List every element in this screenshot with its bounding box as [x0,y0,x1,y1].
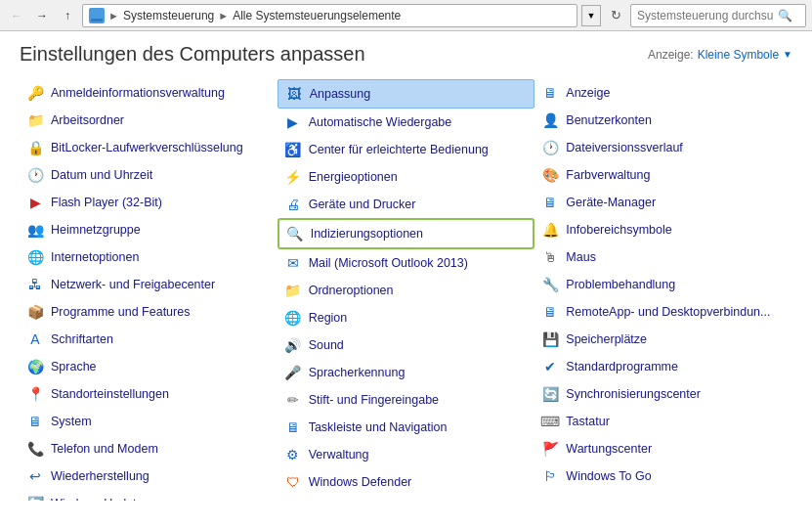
refresh-button[interactable]: ↻ [605,5,626,26]
item-icon: ▶ [25,193,45,212]
item-icon: 🖧 [25,275,45,294]
item-icon: ↩ [25,466,45,486]
breadcrumb-sep-2: ► [218,10,229,22]
page-header: Einstellungen des Computers anpassen Anz… [20,43,792,66]
list-item[interactable]: ✏Stift- und Fingereingabe [278,386,535,414]
list-item[interactable]: ⌨Tastatur [534,408,792,435]
list-item[interactable]: 📍Standorteinstellungen [20,380,278,408]
item-icon: ▶ [283,112,303,132]
list-item[interactable]: 🛡Windows-Firewall [278,496,535,501]
view-label: Anzeige: [648,48,694,62]
item-label: Flash Player (32-Bit) [51,196,162,209]
list-item[interactable]: 🖼Anpassung [278,79,535,109]
list-item[interactable]: ▶Automatische Wiedergabe [278,109,535,136]
forward-button[interactable]: → [31,5,53,26]
item-label: Geräte-Manager [566,196,656,209]
items-grid: 🔑Anmeldeinformationsverwaltung📁Arbeitsor… [20,79,792,501]
column-2: 🖥Anzeige👤Benutzerkonten🕐Dateiversionssve… [534,79,792,501]
path-icon [89,8,105,23]
list-item[interactable]: 🖱Maus [534,243,792,271]
list-item[interactable]: 🔍Indizierungsoptionen [278,218,535,249]
item-label: Schriftarten [51,332,113,346]
item-label: Farbverwaltung [566,168,650,182]
item-label: Center für erleichterte Bedienung [309,143,489,156]
item-icon: ♿ [283,140,303,159]
list-item[interactable]: 📞Telefon und Modem [20,435,278,462]
column-0: 🔑Anmeldeinformationsverwaltung📁Arbeitsor… [20,79,278,501]
item-label: Sound [309,338,344,352]
item-label: Programme und Features [51,305,190,319]
breadcrumb-alle[interactable]: Alle Systemsteuerungselemente [233,9,401,22]
list-item[interactable]: ASchriftarten [20,326,278,353]
item-icon: 🖼 [284,84,304,104]
list-item[interactable]: 🔑Anmeldeinformationsverwaltung [20,79,278,107]
list-item[interactable]: 🔒BitLocker-Laufwerkverschlüsselung [20,134,278,161]
list-item[interactable]: 👤Benutzerkonten [534,107,792,134]
list-item[interactable]: 💾Speicherplätze [534,326,792,353]
item-icon: ⚡ [283,167,303,187]
item-icon: 🛡 [283,500,303,501]
item-icon: A [25,330,45,349]
address-bar: ← → ↑ ► Systemsteuerung ► Alle Systemste… [0,0,812,31]
list-item[interactable]: 🎨Farbverwaltung [534,161,792,189]
view-dropdown-icon[interactable]: ▼ [783,49,792,60]
list-item[interactable]: ♿Center für erleichterte Bedienung [278,136,535,163]
item-icon: 🖥 [540,302,560,322]
breadcrumb-systemsteuerung[interactable]: Systemsteuerung [123,9,214,22]
list-item[interactable]: 🖨Geräte und Drucker [278,191,535,218]
item-icon: 🔒 [25,138,45,157]
list-item[interactable]: 🖥Geräte-Manager [534,189,792,216]
view-control: Anzeige: Kleine Symbole ▼ [648,48,792,62]
list-item[interactable]: ✉Mail (Microsoft Outlook 2013) [278,249,535,277]
column-1: 🖼Anpassung▶Automatische Wiedergabe♿Cente… [278,79,535,501]
breadcrumb-dropdown[interactable]: ▼ [581,5,601,26]
list-item[interactable]: 🕐Dateiversionssverlauf [534,134,792,161]
list-item[interactable]: 🖧Netzwerk- und Freigabecenter [20,271,278,298]
item-label: System [51,415,92,428]
item-label: Standardprogramme [566,360,678,374]
up-button[interactable]: ↑ [57,5,78,26]
item-icon: 🖱 [540,247,560,267]
list-item[interactable]: 🌐Internetoptionen [20,243,278,271]
list-item[interactable]: 📦Programme und Features [20,298,278,326]
item-label: RemoteApp- und Desktopverbindun... [566,305,770,319]
item-icon: ✔ [540,357,560,376]
list-item[interactable]: ⚙Verwaltung [278,441,535,468]
list-item[interactable]: 🌐Region [278,304,535,331]
list-item[interactable]: 🖥System [20,408,278,435]
list-item[interactable]: 🖥RemoteApp- und Desktopverbindun... [534,298,792,326]
search-bar[interactable]: 🔍 [630,4,806,27]
list-item[interactable]: 👥Heimnetzgruppe [20,216,278,243]
list-item[interactable]: 🖥Taskleiste und Navigation [278,414,535,441]
list-item[interactable]: 🔄Windows Update [20,490,278,501]
list-item[interactable]: 🖥Anzeige [534,79,792,107]
list-item[interactable]: 🔔Infobereichsymbole [534,216,792,243]
search-input[interactable] [637,9,774,22]
item-label: Geräte und Drucker [309,198,416,211]
list-item[interactable]: 🏳Windows To Go [534,462,792,490]
list-item[interactable]: ⚡Energieoptionen [278,163,535,191]
item-label: Stift- und Fingereingabe [309,393,439,407]
item-icon: 🔍 [285,224,305,243]
item-label: Windows Defender [309,475,412,489]
view-value[interactable]: Kleine Symbole [698,48,779,62]
list-item[interactable]: 🚩Wartungscenter [534,435,792,462]
item-icon: 🕐 [540,138,560,157]
list-item[interactable]: 🛡Windows Defender [278,468,535,496]
list-item[interactable]: 🔄Synchronisierungscenter [534,380,792,408]
list-item[interactable]: 📁Arbeitsordner [20,107,278,134]
item-icon: ⚙ [283,445,303,464]
list-item[interactable]: 🌍Sprache [20,353,278,380]
list-item[interactable]: ↩Wiederherstellung [20,462,278,490]
list-item[interactable]: 🔊Sound [278,331,535,359]
list-item[interactable]: 📁Ordneroptionen [278,277,535,304]
list-item[interactable]: ✔Standardprogramme [534,353,792,380]
list-item[interactable]: 🎤Spracherkennung [278,359,535,386]
item-icon: 🌐 [25,247,45,267]
item-label: Benutzerkonten [566,113,652,127]
list-item[interactable]: ▶Flash Player (32-Bit) [20,189,278,216]
list-item[interactable]: 🔧Problembehandlung [534,271,792,298]
item-icon: 👥 [25,220,45,240]
back-button[interactable]: ← [6,5,27,26]
list-item[interactable]: 🕐Datum und Uhrzeit [20,161,278,189]
